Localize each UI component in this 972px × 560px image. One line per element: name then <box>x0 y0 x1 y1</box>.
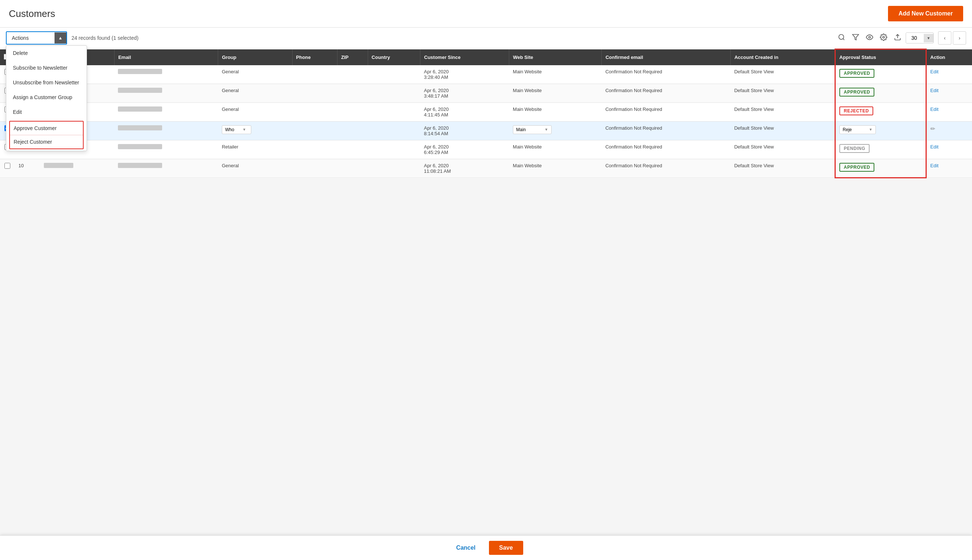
row-confirmed: Confirmation Not Required <box>602 65 731 84</box>
row-country <box>368 159 420 178</box>
svg-line-1 <box>843 38 845 40</box>
add-new-customer-button[interactable]: Add New Customer <box>888 6 963 22</box>
dropdown-item-approve[interactable]: Approve Customer <box>10 122 83 135</box>
status-badge-approved: APPROVED <box>839 88 874 97</box>
edit-link[interactable]: Edit <box>930 144 939 150</box>
status-badge-pending: PENDING <box>839 144 870 153</box>
row-action-pencil[interactable]: ✏ <box>926 121 972 140</box>
prev-page-button[interactable]: ‹ <box>938 31 951 45</box>
per-page-arrow[interactable]: ▼ <box>924 34 933 42</box>
per-page-input[interactable] <box>906 33 922 43</box>
row-since: Apr 6, 20208:14:54 AM <box>420 121 509 140</box>
row-email <box>114 83 218 102</box>
approval-select-arrow: ▼ <box>869 127 872 132</box>
dropdown-item-edit[interactable]: Edit <box>6 105 87 119</box>
next-page-button[interactable]: › <box>953 31 966 45</box>
row-confirmed: Confirmation Not Required <box>602 121 731 140</box>
row-checkbox-cell[interactable] <box>0 159 15 178</box>
toolbar-icons <box>838 33 901 43</box>
edit-link[interactable]: Edit <box>930 69 939 74</box>
row-action[interactable]: Edit <box>926 159 972 178</box>
search-icon[interactable] <box>838 33 845 43</box>
filter-icon[interactable] <box>852 33 859 43</box>
row-approval-status: PENDING <box>835 140 926 159</box>
row-account-created: Default Store View <box>731 121 835 140</box>
svg-point-3 <box>869 36 871 38</box>
row-since: Apr 6, 20203:28:40 AM <box>420 65 509 84</box>
row-account-created: Default Store View <box>731 83 835 102</box>
actions-chevron-icon[interactable]: ▲ <box>55 32 66 43</box>
dropdown-item-delete[interactable]: Delete <box>6 46 87 60</box>
row-approval-status: APPROVED <box>835 83 926 102</box>
row-confirmed: Confirmation Not Required <box>602 83 731 102</box>
table-header-row: ID Name Email Group Phone ZIP Country Cu… <box>0 49 972 65</box>
col-header-approval-status: Approval Status <box>835 49 926 65</box>
row-account-created: Default Store View <box>731 159 835 178</box>
approval-inline-select[interactable]: Reje APPROVED REJECTED PENDING ▼ <box>839 125 876 134</box>
table-row: General Apr 6, 20203:28:40 AM Main Websi… <box>0 65 972 84</box>
edit-link[interactable]: Edit <box>930 88 939 93</box>
row-email <box>114 65 218 84</box>
export-icon[interactable] <box>894 33 901 43</box>
customers-table: ID Name Email Group Phone ZIP Country Cu… <box>0 48 972 178</box>
svg-point-4 <box>883 36 885 38</box>
website-inline-select[interactable]: Main Main Website ▼ <box>513 125 552 134</box>
row-website-inline[interactable]: Main Main Website ▼ <box>509 121 602 140</box>
dropdown-item-reject[interactable]: Reject Customer <box>10 135 83 148</box>
row-account-created: Default Store View <box>731 140 835 159</box>
edit-link[interactable]: Edit <box>930 107 939 112</box>
row-group-inline[interactable]: Who General Retailer ▼ <box>218 121 292 140</box>
row-approval-status: REJECTED <box>835 102 926 121</box>
actions-dropdown-menu: Delete Subscribe to Newsletter Unsubscri… <box>6 45 87 151</box>
table-row-selected: 8 Who General Retailer ▼ <box>0 121 972 140</box>
page-header: Customers Add New Customer <box>0 0 972 28</box>
row-website: Main Website <box>509 65 602 84</box>
col-header-phone: Phone <box>292 49 337 65</box>
eye-icon[interactable] <box>866 33 873 43</box>
row-approval-status-inline[interactable]: Reje APPROVED REJECTED PENDING ▼ <box>835 121 926 140</box>
website-select[interactable]: Main Main Website <box>516 127 543 132</box>
row-since: Apr 6, 20203:48:17 AM <box>420 83 509 102</box>
row-action[interactable]: Edit <box>926 140 972 159</box>
row-zip <box>337 121 368 140</box>
status-badge-approved: APPROVED <box>839 69 874 78</box>
col-header-since: Customer Since <box>420 49 509 65</box>
group-select[interactable]: Who General Retailer <box>225 127 241 132</box>
row-phone <box>292 102 337 121</box>
col-header-country: Country <box>368 49 420 65</box>
dropdown-item-subscribe[interactable]: Subscribe to Newsletter <box>6 60 87 75</box>
col-header-action: Action <box>926 49 972 65</box>
actions-label: Actions <box>7 32 55 44</box>
row-confirmed: Confirmation Not Required <box>602 102 731 121</box>
edit-link[interactable]: Edit <box>930 163 939 168</box>
actions-select-wrap[interactable]: Actions ▲ <box>6 31 67 45</box>
gear-icon[interactable] <box>880 33 887 43</box>
row-country <box>368 83 420 102</box>
row-action[interactable]: Edit <box>926 65 972 84</box>
col-header-zip: ZIP <box>337 49 368 65</box>
row-since: Apr 6, 20204:11:45 AM <box>420 102 509 121</box>
approval-select[interactable]: Reje APPROVED REJECTED PENDING <box>843 127 867 132</box>
col-header-website: Web Site <box>509 49 602 65</box>
row-zip <box>337 65 368 84</box>
row-checkbox[interactable] <box>4 163 10 169</box>
col-header-group: Group <box>218 49 292 65</box>
table-row: General Apr 6, 20203:48:17 AM Main Websi… <box>0 83 972 102</box>
group-inline-select[interactable]: Who General Retailer ▼ <box>222 125 251 134</box>
website-select-arrow: ▼ <box>545 127 548 132</box>
row-phone <box>292 65 337 84</box>
row-group: General <box>218 83 292 102</box>
row-country <box>368 102 420 121</box>
page-title: Customers <box>9 8 55 20</box>
row-since: Apr 6, 20206:45:29 AM <box>420 140 509 159</box>
row-action[interactable]: Edit <box>926 102 972 121</box>
row-confirmed: Confirmation Not Required <box>602 140 731 159</box>
toolbar: Actions ▲ Delete Subscribe to Newsletter… <box>0 28 972 48</box>
dropdown-item-assign-group[interactable]: Assign a Customer Group <box>6 90 87 105</box>
row-action[interactable]: Edit <box>926 83 972 102</box>
edit-pencil-icon[interactable]: ✏ <box>930 126 935 132</box>
row-phone <box>292 140 337 159</box>
row-zip <box>337 83 368 102</box>
dropdown-item-unsubscribe[interactable]: Unsubscribe from Newsletter <box>6 75 87 90</box>
col-header-email: Email <box>114 49 218 65</box>
